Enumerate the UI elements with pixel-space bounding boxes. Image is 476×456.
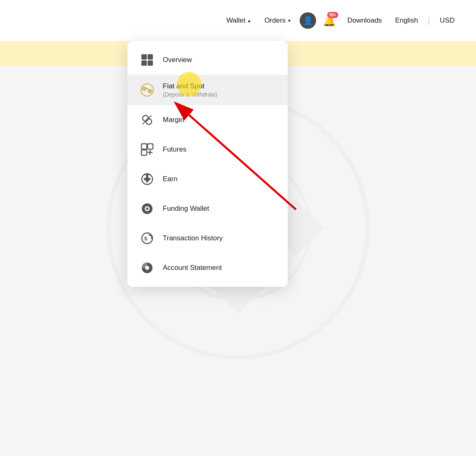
fiat-spot-label: Fiat and Spot bbox=[163, 82, 217, 90]
funding-text: Funding Wallet bbox=[163, 205, 209, 213]
transaction-icon: $ bbox=[140, 231, 155, 246]
orders-label: Orders bbox=[264, 16, 286, 25]
futures-icon bbox=[140, 142, 155, 157]
earn-icon bbox=[140, 172, 155, 187]
futures-label: Futures bbox=[163, 145, 187, 154]
divider: | bbox=[428, 16, 430, 25]
funding-label: Funding Wallet bbox=[163, 205, 209, 213]
overview-text: Overview bbox=[163, 56, 192, 64]
menu-item-earn[interactable]: Earn bbox=[127, 164, 288, 194]
usd-label: USD bbox=[440, 16, 455, 25]
menu-item-margin[interactable]: Margin bbox=[127, 105, 288, 135]
svg-point-12 bbox=[143, 115, 148, 121]
svg-line-14 bbox=[143, 115, 151, 124]
account-statement-label: Account Statement bbox=[163, 264, 222, 272]
fiat-spot-sublabel: (Deposit & Withdraw) bbox=[163, 91, 217, 98]
profile-icon: 👤 bbox=[303, 16, 313, 25]
svg-point-24 bbox=[146, 207, 148, 210]
fiat-spot-text: Fiat and Spot (Deposit & Withdraw) bbox=[163, 82, 217, 98]
usd-nav[interactable]: USD bbox=[435, 13, 460, 28]
downloads-label: Downloads bbox=[347, 16, 382, 25]
svg-rect-15 bbox=[141, 144, 147, 149]
margin-text: Margin bbox=[163, 116, 184, 124]
svg-point-11 bbox=[149, 90, 151, 92]
wallet-nav[interactable]: Wallet ▲ bbox=[222, 13, 256, 28]
margin-icon bbox=[140, 113, 155, 127]
svg-rect-6 bbox=[148, 60, 153, 66]
futures-text: Futures bbox=[163, 145, 187, 154]
english-nav[interactable]: English bbox=[390, 13, 423, 28]
svg-rect-20 bbox=[144, 178, 150, 180]
account-statement-text: Account Statement bbox=[163, 264, 222, 272]
earn-label: Earn bbox=[163, 175, 178, 183]
svg-rect-17 bbox=[141, 150, 147, 155]
english-label: English bbox=[395, 16, 418, 25]
margin-label: Margin bbox=[163, 116, 184, 124]
transaction-label: Transaction History bbox=[163, 234, 223, 242]
profile-button[interactable]: 👤 bbox=[300, 12, 316, 29]
menu-item-overview[interactable]: Overview bbox=[127, 45, 288, 75]
header: Wallet ▲ Orders ▼ 👤 🔔 99+ Downloads Engl… bbox=[0, 0, 476, 41]
notification-button[interactable]: 🔔 99+ bbox=[319, 11, 339, 30]
fiat-icon bbox=[140, 83, 155, 97]
svg-rect-4 bbox=[148, 54, 153, 60]
svg-rect-3 bbox=[141, 54, 147, 60]
menu-item-fiat-spot[interactable]: Fiat and Spot (Deposit & Withdraw) bbox=[127, 75, 288, 105]
menu-item-account-statement[interactable]: Account Statement bbox=[127, 253, 288, 283]
svg-point-25 bbox=[146, 203, 148, 205]
wallet-label: Wallet bbox=[226, 16, 246, 25]
downloads-nav[interactable]: Downloads bbox=[342, 13, 387, 28]
account-statement-icon bbox=[140, 260, 155, 275]
notification-badge: 99+ bbox=[327, 12, 338, 18]
earn-text: Earn bbox=[163, 175, 178, 183]
menu-item-futures[interactable]: Futures bbox=[127, 135, 288, 164]
orders-arrow-icon: ▼ bbox=[287, 18, 291, 23]
overview-label: Overview bbox=[163, 56, 192, 64]
transaction-text: Transaction History bbox=[163, 234, 223, 242]
funding-icon bbox=[140, 201, 155, 216]
orders-nav[interactable]: Orders ▼ bbox=[259, 13, 296, 28]
svg-text:$: $ bbox=[144, 235, 148, 242]
menu-item-transaction[interactable]: $ Transaction History bbox=[127, 223, 288, 253]
svg-point-10 bbox=[143, 88, 146, 90]
svg-rect-5 bbox=[141, 60, 147, 66]
wallet-arrow-icon: ▲ bbox=[247, 18, 251, 23]
menu-item-funding[interactable]: Funding Wallet bbox=[127, 194, 288, 223]
overview-icon bbox=[140, 53, 155, 67]
svg-rect-16 bbox=[148, 144, 153, 149]
svg-point-29 bbox=[145, 266, 149, 270]
wallet-dropdown: Overview Fiat and Spot (Deposit & Withdr… bbox=[127, 41, 288, 287]
